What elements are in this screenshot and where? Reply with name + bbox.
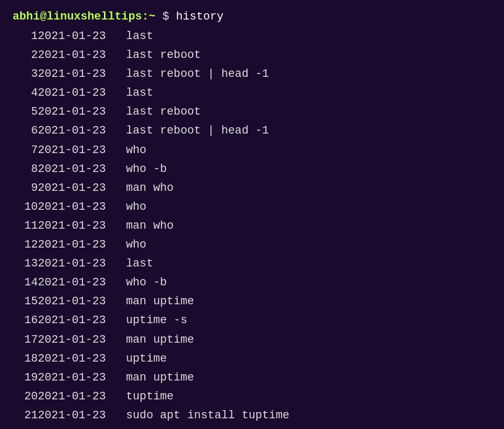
history-row: 212021-01-23sudo apt install tuptime — [13, 406, 491, 425]
history-command: man uptime — [126, 292, 491, 311]
history-row: 112021-01-23man who — [13, 216, 491, 235]
history-row: 12021-01-23last — [13, 26, 491, 45]
history-row: 72021-01-23who — [13, 140, 491, 159]
history-date: 2021-01-23 — [38, 26, 126, 45]
history-row: 202021-01-23tuptime — [13, 387, 491, 406]
history-row: 222021-01-23tuptime — [13, 425, 491, 429]
history-date: 2021-01-23 — [38, 330, 126, 349]
history-row: 82021-01-23who -b — [13, 159, 491, 178]
history-command: last — [126, 254, 491, 273]
history-date: 2021-01-23 — [38, 254, 126, 273]
history-date: 2021-01-23 — [38, 406, 126, 425]
history-num: 16 — [13, 311, 38, 329]
history-command: sudo apt install tuptime — [126, 406, 491, 425]
history-command: uptime -s — [126, 311, 491, 329]
history-row: 162021-01-23uptime -s — [13, 311, 491, 329]
history-row: 142021-01-23who -b — [13, 273, 491, 292]
history-num: 17 — [13, 330, 38, 349]
history-row: 42021-01-23last — [13, 83, 491, 102]
history-row: 192021-01-23man uptime — [13, 368, 491, 387]
history-num: 1 — [13, 26, 38, 45]
prompt-user: abhi@linuxshelltips: — [13, 10, 149, 23]
history-row: 22021-01-23last reboot — [13, 45, 491, 64]
history-date: 2021-01-23 — [38, 425, 126, 429]
history-num: 9 — [13, 178, 38, 197]
history-command: who -b — [126, 273, 491, 292]
history-num: 4 — [13, 83, 38, 102]
history-row: 172021-01-23man uptime — [13, 330, 491, 349]
history-command: last — [126, 26, 491, 45]
history-table: 12021-01-23last22021-01-23last reboot320… — [13, 26, 491, 429]
history-command: who — [126, 197, 491, 216]
history-date: 2021-01-23 — [38, 159, 126, 178]
prompt-path: ~ — [149, 10, 156, 23]
history-command: who -b — [126, 159, 491, 178]
history-command: last reboot — [126, 45, 491, 64]
history-row: 32021-01-23last reboot | head -1 — [13, 64, 491, 83]
history-command: last reboot | head -1 — [126, 64, 491, 83]
history-date: 2021-01-23 — [38, 178, 126, 197]
history-date: 2021-01-23 — [38, 273, 126, 292]
history-num: 21 — [13, 406, 38, 425]
terminal-window: abhi@linuxshelltips:~ $ history 12021-01… — [13, 10, 491, 429]
history-command: last — [126, 83, 491, 102]
history-date: 2021-01-23 — [38, 45, 126, 64]
history-num: 10 — [13, 197, 38, 216]
history-command: last reboot | head -1 — [126, 121, 491, 140]
history-row: 152021-01-23man uptime — [13, 292, 491, 311]
history-date: 2021-01-23 — [38, 292, 126, 311]
history-command: tuptime — [126, 387, 491, 406]
history-num: 12 — [13, 235, 38, 254]
history-command: man who — [126, 178, 491, 197]
history-row: 132021-01-23last — [13, 254, 491, 273]
history-num: 13 — [13, 254, 38, 273]
history-row: 52021-01-23last reboot — [13, 102, 491, 121]
history-command: man who — [126, 216, 491, 235]
prompt-command: history — [176, 10, 224, 23]
history-num: 19 — [13, 368, 38, 387]
history-command: man uptime — [126, 330, 491, 349]
history-num: 8 — [13, 159, 38, 178]
history-command: who — [126, 235, 491, 254]
history-num: 18 — [13, 349, 38, 368]
history-command: last reboot — [126, 102, 491, 121]
history-date: 2021-01-23 — [38, 387, 126, 406]
history-date: 2021-01-23 — [38, 64, 126, 83]
history-date: 2021-01-23 — [38, 197, 126, 216]
history-num: 11 — [13, 216, 38, 235]
history-num: 7 — [13, 140, 38, 159]
history-date: 2021-01-23 — [38, 368, 126, 387]
prompt-symbol: $ — [156, 10, 176, 23]
history-command: tuptime — [126, 425, 491, 429]
history-num: 20 — [13, 387, 38, 406]
history-date: 2021-01-23 — [38, 216, 126, 235]
history-date: 2021-01-23 — [38, 311, 126, 329]
history-num: 14 — [13, 273, 38, 292]
history-date: 2021-01-23 — [38, 235, 126, 254]
history-row: 182021-01-23uptime — [13, 349, 491, 368]
history-command: uptime — [126, 349, 491, 368]
history-command: who — [126, 140, 491, 159]
history-row: 122021-01-23who — [13, 235, 491, 254]
history-date: 2021-01-23 — [38, 121, 126, 140]
prompt-line: abhi@linuxshelltips:~ $ history — [13, 10, 491, 23]
history-num: 15 — [13, 292, 38, 311]
history-num: 5 — [13, 102, 38, 121]
history-date: 2021-01-23 — [38, 83, 126, 102]
history-num: 3 — [13, 64, 38, 83]
history-date: 2021-01-23 — [38, 140, 126, 159]
history-num: 2 — [13, 45, 38, 64]
history-row: 102021-01-23who — [13, 197, 491, 216]
history-row: 62021-01-23last reboot | head -1 — [13, 121, 491, 140]
history-num: 6 — [13, 121, 38, 140]
history-command: man uptime — [126, 368, 491, 387]
history-num: 22 — [13, 425, 38, 429]
history-date: 2021-01-23 — [38, 349, 126, 368]
history-row: 92021-01-23man who — [13, 178, 491, 197]
history-date: 2021-01-23 — [38, 102, 126, 121]
